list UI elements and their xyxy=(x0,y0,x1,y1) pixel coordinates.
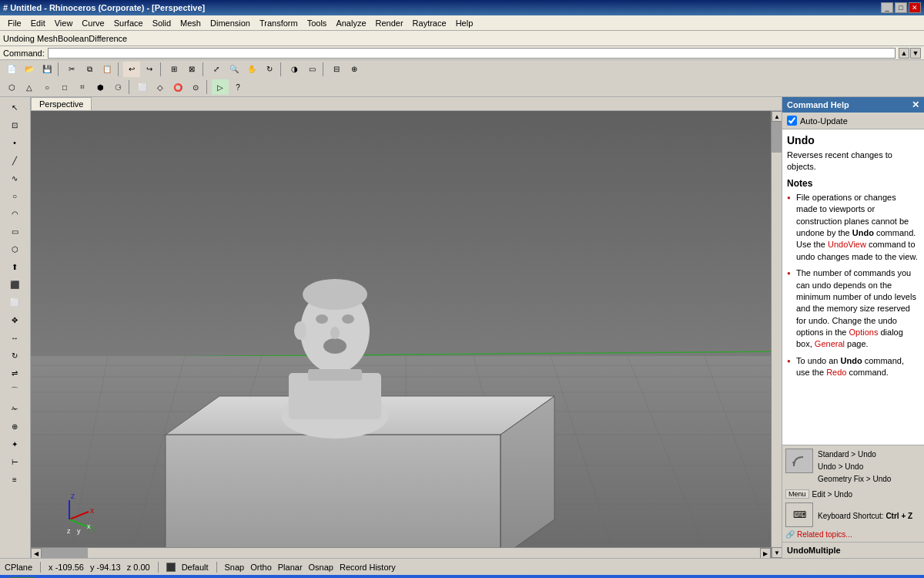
close-button[interactable]: ✕ xyxy=(909,2,921,13)
lt-rect[interactable]: ▭ xyxy=(2,223,28,240)
tb-pan[interactable]: ✋ xyxy=(243,62,260,77)
lt-dimension[interactable]: ⊢ xyxy=(2,453,28,470)
tb-save[interactable]: 💾 xyxy=(38,62,55,77)
minimize-button[interactable]: _ xyxy=(881,2,893,13)
redo-link[interactable]: Redo xyxy=(826,368,846,377)
scroll-right-btn[interactable]: ▶ xyxy=(760,548,771,558)
menu-tools[interactable]: Tools xyxy=(303,17,332,29)
scroll-thumb-v[interactable] xyxy=(772,122,782,153)
lt-layers[interactable]: ≡ xyxy=(2,471,28,488)
lt-curve[interactable]: ∿ xyxy=(2,170,28,187)
scroll-thumb-h[interactable] xyxy=(42,548,88,558)
command-arrow-up[interactable]: ▲ xyxy=(899,48,909,59)
undoview-link[interactable]: UndoView xyxy=(828,240,866,249)
lt-trim[interactable]: ✁ xyxy=(2,400,28,417)
close-help-button[interactable]: ✕ xyxy=(912,99,919,110)
lt-window-sel[interactable]: ⊡ xyxy=(2,116,28,133)
tb-zoom-window[interactable]: 🔍 xyxy=(226,62,243,77)
tb2-10[interactable]: ⭕ xyxy=(169,79,186,95)
lt-mirror[interactable]: ⇌ xyxy=(2,365,28,381)
tb2-1[interactable]: ⬡ xyxy=(3,79,20,95)
tb2-11[interactable]: ⊙ xyxy=(187,79,204,95)
command-input[interactable] xyxy=(48,48,896,59)
tb2-9[interactable]: ◇ xyxy=(152,79,169,95)
scrollbar-horizontal[interactable]: ◀ ▶ xyxy=(31,547,771,558)
status-osnap[interactable]: Osnap xyxy=(309,563,333,572)
tb2-5[interactable]: ⌗ xyxy=(74,79,91,95)
related-topics-link[interactable]: 🔗 Related topics... xyxy=(785,530,921,539)
maximize-button[interactable]: □ xyxy=(895,2,907,13)
menu-dimension[interactable]: Dimension xyxy=(206,17,255,29)
tb-shade[interactable]: ◑ xyxy=(286,62,303,77)
scroll-left-btn[interactable]: ◀ xyxy=(31,548,42,558)
menu-raytrace[interactable]: Raytrace xyxy=(408,17,451,29)
tb-new[interactable]: 📄 xyxy=(3,62,20,77)
tb2-8[interactable]: ⬜ xyxy=(134,79,151,95)
tb-sel-all[interactable]: ⊞ xyxy=(166,62,182,77)
lt-extrude[interactable]: ⬆ xyxy=(2,258,28,275)
taskbar: start ! Rh Ps Ai Id 3:41 PM 11/9/2012 xyxy=(0,575,924,578)
options-link[interactable]: Options xyxy=(849,328,879,337)
tb-zoom-extents[interactable]: ⤢ xyxy=(208,62,225,77)
tab-perspective[interactable]: Perspective xyxy=(31,97,92,110)
menu-curve[interactable]: Curve xyxy=(77,17,109,29)
scroll-down-btn[interactable]: ▼ xyxy=(772,547,782,558)
menu-render[interactable]: Render xyxy=(371,17,408,29)
status-planar[interactable]: Planar xyxy=(278,563,303,572)
menu-help[interactable]: Help xyxy=(451,17,478,29)
tb-snap[interactable]: ⊕ xyxy=(346,62,363,77)
tb-sep-4 xyxy=(203,62,206,76)
menu-view[interactable]: View xyxy=(50,17,78,29)
tb-rotate[interactable]: ↻ xyxy=(261,62,278,77)
tb2-3[interactable]: ○ xyxy=(38,79,55,95)
menu-surface[interactable]: Surface xyxy=(109,17,148,29)
lt-rotate[interactable]: ↻ xyxy=(2,347,28,364)
lt-scale[interactable]: ↔ xyxy=(2,329,28,346)
auto-update-checkbox[interactable] xyxy=(787,116,797,126)
lt-point[interactable]: • xyxy=(2,134,28,151)
lt-fillet[interactable]: ⌒ xyxy=(2,382,28,399)
tb-undo[interactable]: ↩ xyxy=(123,62,140,77)
menu-transform[interactable]: Transform xyxy=(255,17,303,29)
lt-move[interactable]: ✥ xyxy=(2,311,28,328)
tb-wire[interactable]: ▭ xyxy=(303,62,320,77)
tb2-4[interactable]: □ xyxy=(56,79,73,95)
menu-file[interactable]: File xyxy=(3,17,26,29)
status-snap[interactable]: Snap xyxy=(225,563,245,572)
lt-polygon[interactable]: ⬡ xyxy=(2,240,28,257)
tb2-render[interactable]: ▷ xyxy=(212,79,229,95)
lt-explode[interactable]: ✦ xyxy=(2,435,28,452)
lt-select[interactable]: ↖ xyxy=(2,99,28,116)
general-link[interactable]: General xyxy=(815,339,845,348)
lt-line[interactable]: ╱ xyxy=(2,152,28,169)
tb-grid[interactable]: ⊟ xyxy=(328,62,345,77)
status-record-history[interactable]: Record History xyxy=(340,563,396,572)
tb-sel-none[interactable]: ⊠ xyxy=(183,62,200,77)
tb2-help[interactable]: ? xyxy=(229,79,246,95)
menu-mesh[interactable]: Mesh xyxy=(176,17,206,29)
scroll-up-btn[interactable]: ▲ xyxy=(772,111,782,122)
tb-redo[interactable]: ↪ xyxy=(141,62,158,77)
status-ortho[interactable]: Ortho xyxy=(250,563,272,572)
command-arrow-down[interactable]: ▼ xyxy=(910,48,921,59)
scrollbar-vertical[interactable]: ▲ ▼ xyxy=(771,111,782,558)
tb-cut[interactable]: ✂ xyxy=(63,62,80,77)
menu-edit[interactable]: Edit xyxy=(26,17,50,29)
tb-open[interactable]: 📂 xyxy=(21,62,38,77)
scroll-track-v[interactable] xyxy=(772,122,782,547)
lt-arc[interactable]: ◠ xyxy=(2,205,28,222)
scroll-track-h[interactable] xyxy=(42,548,760,558)
lt-circle[interactable]: ○ xyxy=(2,187,28,204)
tb2-6[interactable]: ⬢ xyxy=(92,79,109,95)
tb2-2[interactable]: △ xyxy=(21,79,38,95)
tb2-7[interactable]: ⚆ xyxy=(109,79,126,95)
lt-solid[interactable]: ⬜ xyxy=(2,294,28,311)
viewport-canvas[interactable]: x y z z y x ▲ ▼ ◀ xyxy=(31,111,782,558)
lt-join[interactable]: ⊕ xyxy=(2,418,28,435)
menu-tag: Menu xyxy=(785,489,809,499)
lt-surface[interactable]: ⬛ xyxy=(2,276,28,293)
menu-solid[interactable]: Solid xyxy=(148,17,176,29)
tb-paste[interactable]: 📋 xyxy=(99,62,116,77)
tb-copy[interactable]: ⧉ xyxy=(81,62,98,77)
menu-analyze[interactable]: Analyze xyxy=(331,17,370,29)
